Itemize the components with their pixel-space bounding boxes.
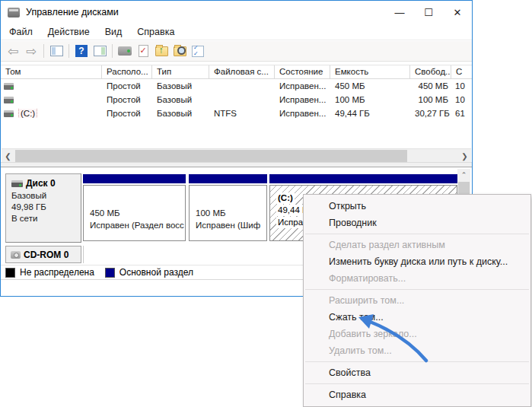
col-layout[interactable]: Располо... [102, 65, 152, 78]
volumes-table: Том Располо... Тип Файловая с... Состоян… [1, 65, 472, 148]
checklist-icon[interactable] [190, 43, 206, 59]
window-title: Управление дисками [26, 7, 119, 17]
folder-search-icon[interactable] [171, 43, 188, 59]
menu-separator [305, 361, 529, 362]
menu-item-format: Форматировать... [304, 270, 530, 287]
menu-file[interactable]: Файл [2, 25, 40, 39]
close-button[interactable]: ✕ [443, 1, 472, 24]
partition-strip [269, 174, 457, 183]
col-filesystem[interactable]: Файловая с... [209, 65, 275, 78]
table-row[interactable]: Простой Базовый Исправен... 100 МБ 100 М… [1, 93, 472, 107]
volume-icon [4, 83, 14, 90]
table-row-c[interactable]: (C:) Простой Базовый NTFS Исправен... 49… [1, 107, 472, 120]
disk0-name: Диск 0 [26, 178, 56, 189]
context-menu: Открыть Проводник Сделать раздел активны… [303, 194, 531, 407]
show-action-pane-icon[interactable] [91, 43, 108, 59]
partition-strip [189, 174, 267, 183]
menu-item-open[interactable]: Открыть [304, 198, 530, 215]
menu-separator [305, 383, 529, 384]
minimize-button[interactable]: — [385, 1, 414, 24]
menubar: Файл Действие Вид Справка [1, 24, 472, 40]
legend-swatch-primary [105, 268, 115, 278]
table-row[interactable]: Простой Базовый Исправен... 450 МБ 450 М… [1, 79, 472, 93]
col-status[interactable]: Состояние [275, 65, 330, 78]
volume-icon [4, 97, 14, 103]
menu-help[interactable]: Справка [130, 25, 181, 39]
scroll-left-icon[interactable]: ❮ [2, 149, 14, 163]
col-capacity[interactable]: Емкость [330, 65, 410, 78]
selected-volume-label: (C:) [18, 109, 37, 118]
col-volume[interactable]: Том [1, 65, 102, 78]
help-icon[interactable]: ? [73, 43, 90, 59]
check-document-icon[interactable] [135, 43, 151, 59]
forward-icon[interactable]: ⇨ [23, 43, 40, 59]
app-icon [8, 8, 20, 17]
scroll-up-icon[interactable]: ⌃ [457, 169, 470, 181]
volume-icon [4, 110, 14, 117]
disk0-size: 49,98 ГБ [11, 202, 81, 211]
titlebar[interactable]: Управление дисками — ☐ ✕ [1, 1, 472, 24]
disk0-status: В сети [11, 214, 81, 223]
horizontal-scrollbar[interactable]: ❮ ❯ [2, 148, 471, 162]
partition-recovery[interactable]: 450 МБ Исправен (Раздел восс [83, 174, 186, 241]
cdrom-icon [11, 251, 21, 259]
toolbar: ⇦ ⇨ ? [1, 41, 472, 62]
legend-swatch-unallocated [5, 268, 15, 278]
disk0-type: Базовый [11, 191, 81, 200]
desktop: Управление дисками — ☐ ✕ Файл Действие В… [0, 0, 532, 407]
back-icon[interactable]: ⇦ [5, 43, 21, 59]
menu-item-delete-volume: Удалить том... [304, 342, 530, 359]
toolbar-separator [112, 44, 113, 58]
toolbar-separator [43, 44, 44, 58]
col-type[interactable]: Тип [152, 65, 209, 78]
menu-item-add-mirror: Добавить зеркало... [304, 326, 530, 342]
menu-item-help[interactable]: Справка [304, 386, 530, 403]
volumes-table-header: Том Располо... Тип Файловая с... Состоян… [1, 65, 472, 79]
maximize-button[interactable]: ☐ [414, 1, 443, 24]
disk0-panel[interactable]: Диск 0 Базовый 49,98 ГБ В сети [5, 173, 81, 243]
show-console-tree-icon[interactable] [48, 43, 65, 59]
menu-separator [305, 289, 529, 290]
partition-efi[interactable]: 100 МБ Исправен (Шиф [189, 174, 267, 241]
partition-strip [83, 174, 186, 183]
toolbar-separator [68, 44, 69, 58]
pane-splitter[interactable] [1, 162, 472, 167]
menu-item-mark-active: Сделать раздел активным [304, 237, 530, 253]
menu-separator [305, 234, 529, 234]
menu-item-change-letter[interactable]: Изменить букву диска или путь к диску... [304, 253, 530, 270]
menu-item-shrink-volume[interactable]: Сжать том... [304, 309, 530, 326]
device-icon[interactable] [116, 43, 133, 59]
cdrom-panel[interactable]: CD-ROM 0 [5, 246, 81, 263]
scroll-right-icon[interactable]: ❯ [458, 149, 471, 163]
col-free[interactable]: Свобод... [410, 65, 451, 78]
col-free-pct[interactable]: С [451, 65, 472, 78]
menu-item-extend-volume: Расширить том... [304, 292, 530, 309]
folder-up-icon[interactable] [153, 43, 170, 59]
disk-icon [11, 180, 23, 187]
menu-item-properties[interactable]: Свойства [304, 364, 530, 381]
menu-item-explorer[interactable]: Проводник [304, 215, 530, 231]
scrollbar-thumb[interactable] [15, 150, 407, 162]
menu-view[interactable]: Вид [98, 25, 129, 39]
menu-action[interactable]: Действие [41, 25, 97, 39]
